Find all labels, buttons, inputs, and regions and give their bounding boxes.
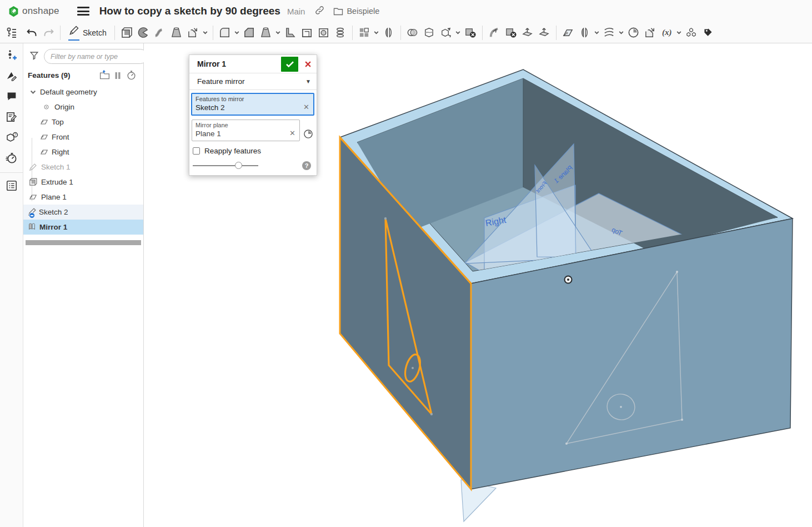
plane-icon	[28, 192, 38, 202]
tree-item-right-plane[interactable]: Right	[23, 145, 143, 160]
linear-pattern-icon[interactable]	[356, 24, 373, 41]
reapply-features-label: Reapply features	[204, 147, 261, 155]
shell-icon[interactable]	[299, 24, 315, 41]
tree-item-sketch1[interactable]: Sketch 1	[23, 160, 143, 175]
onshape-logo[interactable]: onshape	[8, 6, 59, 17]
dialog-header: Mirror 1	[189, 55, 317, 73]
tag-icon[interactable]	[700, 24, 716, 41]
help-icon[interactable]: ?	[302, 161, 311, 170]
rib-icon[interactable]	[282, 24, 299, 41]
part-inspect-icon[interactable]	[3, 129, 20, 146]
split-icon[interactable]	[421, 24, 438, 41]
sweep-icon[interactable]	[152, 24, 168, 41]
thicken-dropdown-chevron[interactable]	[202, 24, 209, 41]
header: onshape How to copy a sketch by 90 degre…	[0, 0, 812, 22]
follow-checklist-icon[interactable]	[3, 177, 20, 194]
tree-item-extrude1[interactable]: Extrude 1	[23, 175, 143, 190]
move-face-icon[interactable]	[519, 24, 536, 41]
draft-icon[interactable]	[258, 24, 274, 41]
sphere-icon[interactable]	[625, 24, 642, 41]
tree-item-label: Sketch 2	[39, 208, 68, 216]
rollback-bar[interactable]	[26, 240, 141, 245]
redo-icon[interactable]	[40, 24, 57, 41]
mirror-plane-field[interactable]: Mirror plane Plane 1 ✕	[192, 120, 300, 141]
mirror-plane-value: Plane 1	[196, 130, 296, 138]
comments-icon[interactable]	[3, 88, 20, 105]
mirror-feature-icon	[27, 222, 37, 232]
loft-icon[interactable]	[168, 24, 185, 41]
delete-part-icon[interactable]	[462, 24, 479, 41]
suspend-icon[interactable]	[111, 71, 124, 81]
check-icon	[285, 59, 295, 69]
thread-icon[interactable]	[332, 24, 349, 41]
tree-item-front-plane[interactable]: Front	[23, 130, 143, 145]
sketch-pencil-icon	[68, 25, 79, 41]
draft-dropdown-chevron[interactable]	[274, 24, 282, 41]
mirror-type-select[interactable]: Feature mirror ▼	[189, 73, 317, 90]
clear-selection-icon[interactable]: ✕	[303, 103, 309, 111]
plane-icon[interactable]	[560, 24, 577, 41]
thicken-icon[interactable]	[185, 24, 202, 41]
notes-edit-icon[interactable]	[3, 108, 20, 125]
checkbox[interactable]	[193, 147, 200, 155]
slider-track[interactable]	[193, 165, 258, 166]
clear-selection-icon[interactable]: ✕	[289, 129, 295, 137]
collapse-chevron-icon[interactable]	[28, 88, 38, 96]
hamburger-menu-icon[interactable]	[77, 7, 89, 16]
extrude-icon	[28, 177, 38, 187]
chamfer-icon[interactable]	[241, 24, 258, 41]
reapply-features-checkbox-row[interactable]: Reapply features	[193, 147, 317, 155]
variable-icon[interactable]: (x)	[659, 24, 675, 41]
cancel-button[interactable]	[300, 57, 315, 72]
tree-item-label: Origin	[54, 103, 74, 111]
fillet-dropdown-chevron[interactable]	[233, 24, 241, 41]
tree-item-sketch2[interactable]: Sketch 2	[23, 205, 143, 220]
helix-dropdown-chevron[interactable]	[618, 24, 625, 41]
tree-item-origin[interactable]: Origin	[23, 100, 143, 115]
boolean-icon[interactable]	[404, 24, 421, 41]
transform-icon[interactable]	[438, 24, 454, 41]
enclose-icon[interactable]	[642, 24, 659, 41]
extrude-icon[interactable]	[118, 24, 135, 41]
tree-item-plane1[interactable]: Plane 1	[23, 190, 143, 205]
tree-item-label: Plane 1	[41, 193, 67, 201]
tree-item-mirror1[interactable]: Mirror 1	[23, 220, 143, 235]
undo-icon[interactable]	[23, 24, 40, 41]
mirror-type-value: Feature mirror	[197, 77, 305, 86]
versions-add-icon[interactable]	[3, 47, 20, 63]
fill-surface-icon[interactable]	[577, 24, 593, 41]
select-caret-icon: ▼	[305, 78, 311, 84]
sketch-origin-marker[interactable]	[565, 276, 572, 284]
appearance-edit-icon[interactable]	[3, 67, 20, 84]
mate-connector-icon[interactable]	[303, 128, 314, 141]
new-folder-icon[interactable]	[98, 69, 111, 81]
left-rail	[0, 43, 23, 527]
tree-item-top-plane[interactable]: Top	[23, 115, 143, 130]
folder-breadcrumb[interactable]: Beispiele	[333, 7, 379, 16]
share-link-icon[interactable]	[315, 6, 324, 17]
delete-face-icon[interactable]	[503, 24, 519, 41]
tree-item-default-geometry[interactable]: Default geometry	[23, 84, 143, 100]
performance-icon[interactable]	[3, 150, 20, 166]
filter-input[interactable]	[44, 49, 148, 64]
slider-handle[interactable]	[235, 162, 242, 169]
assign-material-icon[interactable]	[683, 24, 700, 41]
replace-face-icon[interactable]	[536, 24, 553, 41]
hole-icon[interactable]	[315, 24, 332, 41]
mirror-icon[interactable]	[380, 24, 397, 41]
modify-fillet-icon[interactable]	[486, 24, 503, 41]
helix-icon[interactable]	[601, 24, 618, 41]
feature-list-icon[interactable]	[3, 24, 20, 41]
accept-button[interactable]	[281, 57, 298, 72]
stopwatch-icon[interactable]	[124, 70, 138, 81]
fillet-icon[interactable]	[217, 24, 233, 41]
pattern-dropdown-chevron[interactable]	[373, 24, 380, 41]
revolve-icon[interactable]	[135, 24, 152, 41]
onshape-logo-icon	[8, 6, 19, 17]
surface-dropdown-chevron[interactable]	[593, 24, 601, 41]
workspace-name[interactable]: Main	[287, 7, 305, 16]
variable-dropdown-chevron[interactable]	[675, 24, 683, 41]
sketch-button[interactable]: Sketch	[64, 25, 111, 41]
features-to-mirror-field[interactable]: Features to mirror Sketch 2 ✕	[191, 93, 314, 116]
transform-dropdown-chevron[interactable]	[454, 24, 462, 41]
